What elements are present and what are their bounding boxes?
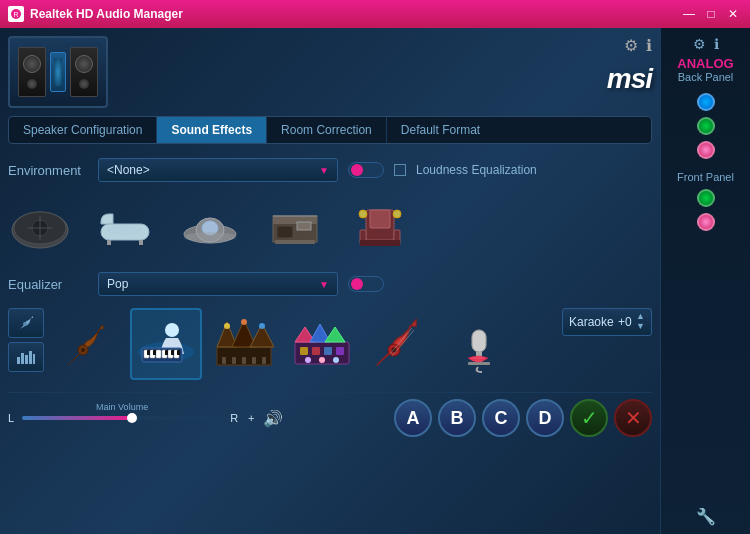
equalizer-dropdown[interactable]: Pop ▼ [98, 272, 338, 296]
center-speaker [50, 52, 66, 92]
jack-back-pink[interactable] [697, 141, 715, 159]
svg-rect-59 [242, 357, 246, 364]
loudness-checkbox[interactable] [394, 164, 406, 176]
profile-a-button[interactable]: A [394, 399, 432, 437]
equalizer-bars-btn[interactable] [8, 342, 44, 372]
guitar-preset-btn[interactable] [8, 308, 44, 338]
analog-section: ⚙ ℹ ANALOG Back Panel [677, 36, 733, 83]
toggle-knob [351, 164, 363, 176]
gear-icon[interactable]: ⚙ [624, 36, 638, 55]
svg-point-26 [359, 210, 367, 218]
preset-guitar[interactable] [52, 308, 124, 380]
effect-stage-img [263, 202, 328, 252]
svg-point-27 [393, 210, 401, 218]
effect-stage[interactable] [263, 202, 328, 252]
tab-default-format[interactable]: Default Format [387, 117, 494, 143]
speaker-icon: 🔊 [263, 409, 283, 428]
minimize-button[interactable]: — [680, 6, 698, 22]
speaker-box-left [18, 47, 46, 97]
apply-button[interactable]: ✓ [570, 399, 608, 437]
environment-value: <None> [107, 163, 150, 177]
volume-track[interactable] [22, 416, 222, 420]
analog-title: ANALOG [677, 56, 733, 71]
karaoke-label: Karaoke [569, 315, 614, 329]
info-icon[interactable]: ℹ [646, 36, 652, 55]
header-icons: ⚙ ℹ [624, 36, 652, 55]
environment-dropdown-arrow: ▼ [319, 165, 329, 176]
equalizer-value: Pop [107, 277, 128, 291]
equalizer-dropdown-arrow: ▼ [319, 279, 329, 290]
equalizer-toggle[interactable] [348, 276, 384, 292]
preset-keyboard[interactable] [130, 308, 202, 380]
sidebar-info-icon[interactable]: ℹ [714, 36, 719, 52]
tab-speaker-configuration[interactable]: Speaker Configuration [9, 117, 157, 143]
effect-ufo[interactable] [178, 202, 243, 252]
svg-point-70 [305, 357, 311, 363]
svg-rect-61 [262, 357, 266, 364]
svg-rect-46 [153, 350, 156, 355]
profile-d-button[interactable]: D [526, 399, 564, 437]
title-bar: R Realtek HD Audio Manager — □ ✕ [0, 0, 750, 28]
preset-guitar2[interactable] [364, 308, 436, 380]
preset-dance-img [290, 312, 355, 377]
equalizer-label: Equalizer [8, 277, 88, 292]
svg-rect-8 [107, 240, 111, 245]
speaker-box-right [70, 47, 98, 97]
back-panel-jacks-2 [697, 117, 715, 135]
preset-karaoke-mic[interactable] [442, 308, 514, 380]
maximize-button[interactable]: □ [702, 6, 720, 22]
effect-ufo-img [178, 202, 243, 252]
front-panel-section: Front Panel [677, 171, 734, 183]
volume-plus-icon: + [248, 412, 254, 424]
jack-front-green[interactable] [697, 189, 715, 207]
karaoke-down-arrow[interactable]: ▼ [636, 322, 645, 332]
jack-back-green[interactable] [697, 117, 715, 135]
svg-point-14 [184, 232, 236, 242]
svg-rect-58 [232, 357, 236, 364]
svg-rect-77 [472, 330, 486, 352]
profile-b-button[interactable]: B [438, 399, 476, 437]
svg-rect-29 [17, 357, 20, 364]
speaker-logo-inner [18, 47, 98, 97]
speaker-tweeter-r [79, 79, 89, 89]
speaker-woofer-r [75, 55, 93, 73]
wrench-icon[interactable]: 🔧 [696, 507, 716, 526]
preset-concert[interactable] [208, 308, 280, 380]
environment-toggle[interactable] [348, 162, 384, 178]
svg-rect-48 [171, 350, 174, 355]
tab-sound-effects[interactable]: Sound Effects [157, 117, 267, 143]
effect-bathtub-img [93, 202, 158, 252]
jack-back-blue[interactable] [697, 93, 715, 111]
svg-rect-47 [165, 350, 168, 355]
effect-stone[interactable] [8, 202, 73, 252]
speaker-woofer [23, 55, 41, 73]
sidebar-gear-icon[interactable]: ⚙ [693, 36, 706, 52]
volume-thumb[interactable] [127, 413, 137, 423]
effect-bathtub[interactable] [93, 202, 158, 252]
jack-front-pink[interactable] [697, 213, 715, 231]
close-button[interactable]: ✕ [724, 6, 742, 22]
svg-point-71 [319, 357, 325, 363]
presets-section: Karaoke +0 ▲ ▼ [8, 308, 652, 380]
profile-c-button[interactable]: C [482, 399, 520, 437]
preset-guitar-img [61, 317, 116, 372]
svg-rect-18 [297, 222, 311, 230]
presets-grid [52, 308, 558, 380]
window-title: Realtek HD Audio Manager [30, 7, 183, 21]
effect-throne-img [348, 202, 413, 252]
svg-rect-45 [147, 350, 150, 355]
svg-point-35 [81, 348, 85, 352]
svg-point-72 [333, 357, 339, 363]
cancel-button[interactable]: ✕ [614, 399, 652, 437]
preset-concert-img [212, 312, 277, 377]
back-panel-label: Back Panel [677, 71, 733, 83]
svg-rect-22 [370, 210, 390, 228]
equalizer-row: Equalizer Pop ▼ [8, 268, 652, 300]
effect-throne[interactable] [348, 202, 413, 252]
msi-logo: msi [607, 63, 652, 95]
tab-room-correction[interactable]: Room Correction [267, 117, 387, 143]
left-content: ⚙ ℹ msi Speaker Configuration Sound Effe… [0, 28, 660, 534]
preset-dance[interactable] [286, 308, 358, 380]
preset-mic-img [446, 312, 511, 377]
environment-dropdown[interactable]: <None> ▼ [98, 158, 338, 182]
